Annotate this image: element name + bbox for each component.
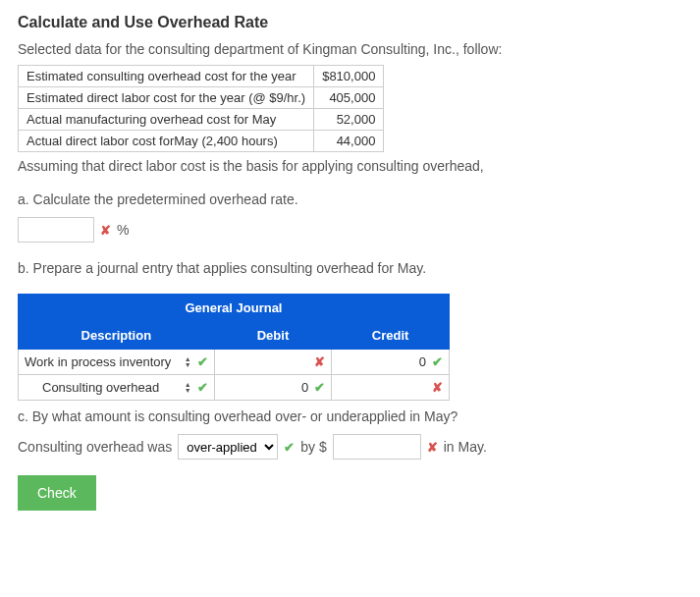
data-value: 405,000 — [314, 87, 384, 109]
table-row: Actual direct labor cost forMay (2,400 h… — [19, 131, 384, 152]
intro-text: Selected data for the consulting departm… — [18, 41, 682, 57]
lead-text: Consulting overhead was — [18, 439, 172, 455]
part-a-prompt: a. Calculate the predetermined overhead … — [18, 191, 682, 207]
check-icon: ✔ — [432, 354, 443, 369]
wrong-icon: ✘ — [314, 354, 325, 369]
wrong-icon: ✘ — [432, 380, 443, 395]
amount-input[interactable] — [333, 434, 421, 460]
table-row: Estimated direct labor cost for the year… — [19, 87, 384, 109]
journal-table: General Journal Description Debit Credit… — [18, 294, 450, 401]
data-label: Estimated direct labor cost for the year… — [19, 87, 314, 109]
journal-header: General Journal — [19, 295, 450, 322]
data-label: Actual manufacturing overhead cost for M… — [19, 109, 314, 131]
check-icon: ✔ — [197, 380, 208, 395]
applied-select[interactable]: over-applied — [178, 434, 278, 460]
data-label: Actual direct labor cost forMay (2,400 h… — [19, 131, 314, 152]
data-value: 44,000 — [314, 131, 384, 152]
debit-value[interactable]: 0 — [301, 380, 308, 395]
data-label: Estimated consulting overhead cost for t… — [19, 66, 314, 87]
check-icon: ✔ — [284, 440, 295, 455]
rate-input[interactable] — [18, 217, 94, 243]
assumption-text: Assuming that direct labor cost is the b… — [18, 158, 682, 174]
col-debit: Debit — [214, 322, 332, 350]
data-value: $810,000 — [314, 66, 384, 87]
stepper-icon[interactable]: ▲▼ — [185, 356, 191, 368]
check-icon: ✔ — [197, 354, 208, 369]
journal-description[interactable]: Work in process inventory — [25, 354, 171, 369]
table-row: Work in process inventory ▲▼ ✔ ✘ 0 ✔ — [19, 350, 450, 375]
data-value: 52,000 — [314, 109, 384, 131]
percent-label: % — [117, 222, 129, 238]
by-label: by $ — [300, 439, 326, 455]
part-b-prompt: b. Prepare a journal entry that applies … — [18, 260, 682, 276]
page-title: Calculate and Use Overhead Rate — [18, 14, 682, 31]
check-button[interactable]: Check — [18, 475, 96, 511]
col-credit: Credit — [332, 322, 450, 350]
stepper-icon[interactable]: ▲▼ — [185, 382, 191, 394]
tail-text: in May. — [444, 439, 487, 455]
wrong-icon: ✘ — [100, 223, 111, 238]
journal-description[interactable]: Consulting overhead — [42, 380, 159, 395]
wrong-icon: ✘ — [427, 440, 438, 455]
credit-value[interactable]: 0 — [419, 354, 426, 369]
table-row: Estimated consulting overhead cost for t… — [19, 66, 384, 87]
part-c-prompt: c. By what amount is consulting overhead… — [18, 408, 682, 424]
table-row: Consulting overhead ▲▼ ✔ 0 ✔ ✘ — [19, 375, 450, 401]
data-table: Estimated consulting overhead cost for t… — [18, 65, 384, 152]
table-row: Actual manufacturing overhead cost for M… — [19, 109, 384, 131]
col-description: Description — [19, 322, 215, 350]
check-icon: ✔ — [314, 380, 325, 395]
